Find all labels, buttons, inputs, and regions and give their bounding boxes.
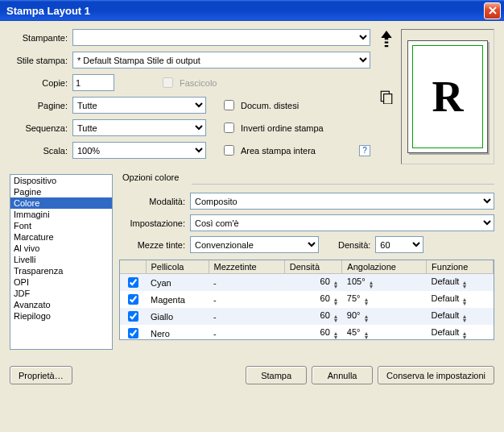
impostazione-select[interactable]: Così com'è (190, 214, 494, 231)
button-row: Proprietà… Stampa Annulla Conserva le im… (10, 366, 494, 384)
proprieta-button[interactable]: Proprietà… (10, 366, 72, 384)
label-pagine: Pagine: (10, 101, 72, 110)
table-row[interactable]: Nero-60 ▴▾45° ▴▾Default ▴▾ (120, 325, 494, 340)
table-row[interactable]: Magenta-60 ▴▾75° ▴▾Default ▴▾ (120, 291, 494, 308)
cell-pellicola: Giallo (146, 308, 209, 325)
list-item-opi[interactable]: OPI (10, 276, 112, 288)
area-intera-label: Area stampa intera (241, 146, 316, 156)
col-header[interactable] (120, 260, 146, 274)
cell-angolazione: 45° ▴▾ (342, 325, 427, 340)
close-icon (489, 6, 497, 15)
mid-region: DispositivoPagineColoreImmaginiFontMarca… (10, 174, 494, 350)
print-settings-form: Stampante: Stile stampa: * Default Stamp… (10, 29, 370, 164)
cell-mezze: - (209, 308, 284, 325)
copies-icon[interactable] (379, 89, 394, 104)
fascicolo-label: Fascicolo (180, 78, 217, 88)
spinner-icon[interactable]: ▴▾ (463, 331, 466, 339)
preview-page: R (407, 40, 488, 153)
cell-angolazione: 105° ▴▾ (342, 274, 427, 292)
title-bar: Stampa Layout 1 (0, 0, 504, 21)
stampante-select[interactable] (72, 29, 370, 46)
col-header[interactable]: Angolazione (342, 260, 427, 274)
category-listbox[interactable]: DispositivoPagineColoreImmaginiFontMarca… (10, 174, 113, 350)
list-item-riepilogo[interactable]: Riepilogo (10, 310, 112, 322)
sequenza-select[interactable]: Tutte (72, 119, 206, 136)
spacer (379, 147, 394, 161)
label-stile: Stile stampa: (10, 56, 72, 65)
close-button[interactable] (484, 2, 501, 19)
list-item-livelli[interactable]: Livelli (10, 254, 112, 265)
preview-box: R (401, 29, 494, 164)
docum-distesi-checkbox[interactable] (224, 100, 234, 110)
list-item-font[interactable]: Font (10, 220, 112, 231)
plate-checkbox[interactable] (128, 294, 138, 305)
spinner-icon[interactable]: ▴▾ (463, 297, 466, 305)
color-plates-table-wrap: PellicolaMezzetinteDensitàAngolazioneFun… (119, 260, 494, 340)
densita-select[interactable]: 60 (375, 236, 423, 253)
stile-stampa-select[interactable]: * Default Stampa Stile di output (72, 52, 370, 69)
cell-mezze: - (209, 274, 284, 292)
copie-input[interactable] (72, 74, 114, 91)
preview-side: R (377, 29, 494, 164)
label-scala: Scala: (10, 146, 72, 156)
list-item-trasparenza[interactable]: Trasparenza (10, 265, 112, 276)
stampa-button[interactable]: Stampa (246, 366, 307, 384)
pagine-select[interactable]: Tutte (72, 97, 206, 114)
list-item-colore[interactable]: Colore (10, 197, 112, 209)
spinner-icon[interactable]: ▴▾ (365, 331, 368, 339)
list-item-jdf[interactable]: JDF (10, 288, 112, 299)
fascicolo-checkbox (163, 77, 173, 88)
scala-select[interactable]: 100% (72, 142, 206, 159)
col-header[interactable]: Mezzetinte (209, 260, 284, 274)
spinner-icon[interactable]: ▴▾ (370, 280, 373, 289)
cell-pellicola: Magenta (146, 291, 209, 308)
spinner-icon[interactable]: ▴▾ (463, 280, 466, 289)
modalita-select[interactable]: Composito (190, 193, 494, 210)
spinner-icon[interactable]: ▴▾ (334, 297, 337, 305)
spinner-icon[interactable]: ▴▾ (334, 331, 337, 339)
arrow-up-icon[interactable] (379, 32, 394, 47)
svg-rect-3 (384, 94, 392, 104)
list-item-immagini[interactable]: Immagini (10, 209, 112, 220)
spinner-icon[interactable]: ▴▾ (334, 314, 337, 322)
cell-mezze: - (209, 325, 284, 340)
list-item-al vivo[interactable]: Al vivo (10, 243, 112, 254)
plate-checkbox[interactable] (128, 277, 138, 288)
list-item-dispositivo[interactable]: Dispositivo (10, 175, 112, 186)
cell-pellicola: Cyan (146, 274, 209, 292)
help-icon[interactable]: ? (359, 145, 370, 156)
mezzetinte-select[interactable]: Convenzionale (190, 236, 319, 253)
cell-densita: 60 ▴▾ (284, 325, 342, 340)
col-header[interactable]: Pellicola (146, 260, 209, 274)
spinner-icon[interactable]: ▴▾ (365, 297, 368, 305)
plate-checkbox[interactable] (128, 311, 138, 322)
spinner-icon[interactable]: ▴▾ (365, 314, 368, 322)
area-intera-checkbox[interactable] (224, 145, 234, 156)
table-row[interactable]: Cyan-60 ▴▾105° ▴▾Default ▴▾ (120, 274, 494, 292)
window-title: Stampa Layout 1 (6, 5, 484, 17)
cell-densita: 60 ▴▾ (284, 274, 342, 292)
list-item-marcature[interactable]: Marcature (10, 231, 112, 243)
spinner-icon[interactable]: ▴▾ (334, 280, 337, 289)
label-impostazione: Impostazione: (119, 218, 190, 228)
col-header[interactable]: Densità (284, 260, 342, 274)
table-row[interactable]: Giallo-60 ▴▾90° ▴▾Default ▴▾ (120, 308, 494, 325)
label-copie: Copie: (10, 78, 72, 88)
cell-mezze: - (209, 291, 284, 308)
annulla-button[interactable]: Annulla (312, 366, 373, 384)
side-icons (377, 29, 396, 164)
cell-funzione: Default ▴▾ (427, 291, 494, 308)
inverti-label: Inverti ordine stampa (241, 123, 324, 133)
inverti-checkbox[interactable] (224, 123, 234, 133)
label-mezzetinte: Mezze tinte: (119, 240, 190, 250)
list-item-pagine[interactable]: Pagine (10, 186, 112, 197)
spinner-icon[interactable]: ▴▾ (463, 314, 466, 322)
label-densita: Densità: (338, 240, 370, 250)
color-plates-table: PellicolaMezzetinteDensitàAngolazioneFun… (120, 260, 494, 340)
plate-checkbox[interactable] (128, 328, 138, 339)
conserva-button[interactable]: Conserva le impostazioni (378, 366, 494, 384)
col-header[interactable]: Funzione (427, 260, 494, 274)
opzioni-colore-legend: Opzioni colore (121, 172, 180, 182)
cell-funzione: Default ▴▾ (427, 274, 494, 292)
list-item-avanzato[interactable]: Avanzato (10, 299, 112, 310)
